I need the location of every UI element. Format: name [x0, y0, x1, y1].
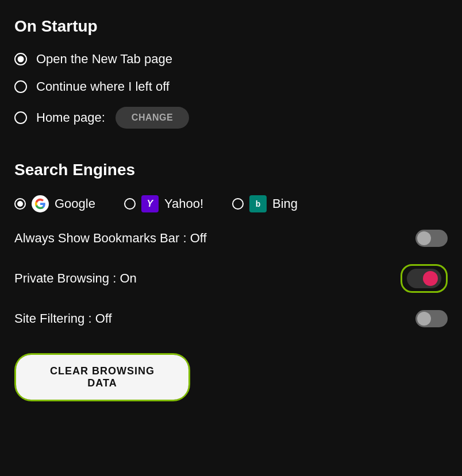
startup-radio-new-tab[interactable]	[14, 53, 27, 65]
engine-radio-google[interactable]	[14, 198, 26, 210]
search-engine-google[interactable]: Google	[14, 195, 95, 212]
startup-label-continue: Continue where I left off	[36, 79, 170, 94]
site-filtering-label: Site Filtering : Off	[14, 311, 415, 326]
engine-label-google: Google	[55, 196, 95, 211]
clear-browsing-data-button[interactable]: CLEAR BROWSING DATA	[16, 355, 188, 400]
bookmarks-bar-label: Always Show Bookmarks Bar : Off	[14, 231, 415, 246]
change-button[interactable]: CHANGE	[116, 107, 189, 129]
startup-option-continue[interactable]: Continue where I left off	[14, 79, 448, 94]
private-browsing-slider	[407, 269, 441, 288]
private-browsing-row: Private Browsing : On	[14, 264, 448, 293]
startup-options: Open the New Tab page Continue where I l…	[14, 52, 448, 129]
engine-radio-yahoo[interactable]	[124, 198, 136, 210]
startup-option-new-tab[interactable]: Open the New Tab page	[14, 52, 448, 67]
yahoo-icon: Y	[141, 195, 159, 212]
startup-radio-continue[interactable]	[14, 80, 27, 93]
site-filtering-toggle[interactable]	[415, 310, 448, 327]
private-browsing-toggle-wrapper[interactable]	[401, 264, 448, 293]
bookmarks-bar-slider	[415, 230, 448, 247]
search-engine-bing[interactable]: b Bing	[232, 195, 298, 212]
engine-label-yahoo: Yahoo!	[164, 196, 203, 211]
site-filtering-slider	[415, 310, 448, 327]
site-filtering-row: Site Filtering : Off	[14, 310, 448, 327]
search-engine-yahoo[interactable]: Y Yahoo!	[124, 195, 203, 212]
startup-option-home[interactable]: Home page: CHANGE	[14, 107, 448, 129]
startup-radio-home[interactable]	[14, 111, 27, 124]
on-startup-title: On Startup	[14, 17, 448, 36]
bing-icon: b	[249, 195, 267, 212]
search-engines-row: Google Y Yahoo! b Bing	[14, 195, 448, 212]
search-engines-title: Search Engines	[14, 161, 448, 179]
bookmarks-bar-toggle[interactable]	[415, 230, 448, 247]
clear-browsing-data-wrapper[interactable]: CLEAR BROWSING DATA	[14, 353, 190, 401]
startup-label-new-tab: Open the New Tab page	[36, 52, 172, 67]
engine-radio-bing[interactable]	[232, 198, 244, 210]
google-icon	[32, 195, 49, 212]
engine-label-bing: Bing	[272, 196, 298, 211]
private-browsing-label: Private Browsing : On	[14, 271, 401, 286]
startup-label-home: Home page:	[36, 110, 105, 125]
bookmarks-bar-row: Always Show Bookmarks Bar : Off	[14, 230, 448, 247]
private-browsing-toggle[interactable]	[407, 269, 441, 288]
